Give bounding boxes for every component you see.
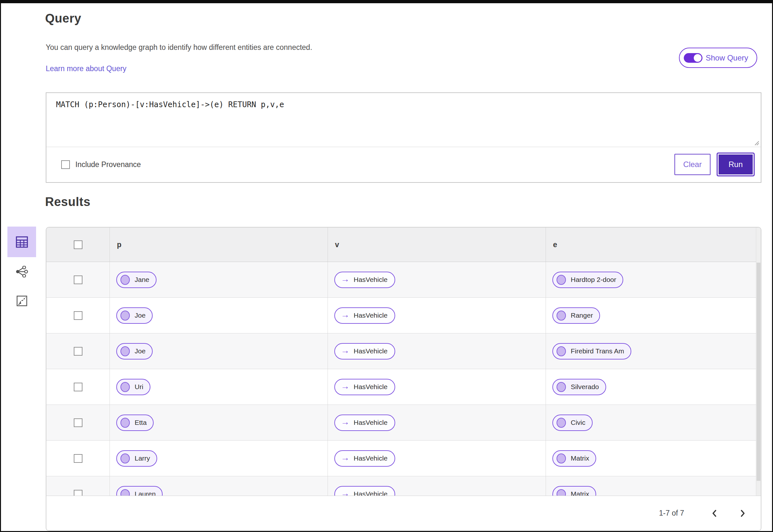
arrow-right-icon: → (341, 453, 349, 462)
cell-e: Firebird Trans Am (545, 333, 756, 369)
node-circle-icon (120, 311, 130, 321)
arrow-right-icon: → (341, 275, 349, 284)
edge-pill[interactable]: → HasVehicle (334, 379, 395, 395)
edge-pill[interactable]: → HasVehicle (334, 272, 395, 288)
results-scroll-area: p v e Jane → HasVehicle Hardtop (46, 228, 761, 497)
resize-handle-icon[interactable] (754, 140, 759, 145)
cell-e: Civic (545, 405, 756, 440)
person-pill[interactable]: Uri (116, 379, 150, 395)
row-checkbox[interactable] (74, 454, 82, 463)
entity-pill[interactable]: Matrix (552, 450, 596, 467)
person-pill[interactable]: Joe (116, 343, 153, 359)
chevron-right-icon (739, 509, 746, 518)
entity-pill[interactable]: Civic (552, 415, 593, 431)
entity-pill[interactable]: Matrix (552, 486, 596, 497)
node-circle-icon (120, 382, 130, 392)
row-checkbox[interactable] (74, 418, 82, 427)
tab-table-view[interactable] (7, 227, 36, 257)
row-checkbox[interactable] (74, 275, 82, 284)
row-select-cell (46, 369, 109, 405)
clear-button[interactable]: Clear (675, 154, 711, 175)
row-checkbox[interactable] (74, 347, 82, 356)
person-pill-label: Larry (135, 454, 150, 462)
row-select-cell (46, 333, 109, 369)
entity-pill-label: Firebird Trans Am (571, 347, 624, 355)
person-pill[interactable]: Lauren (116, 486, 163, 497)
entity-pill[interactable]: Hardtop 2-door (552, 272, 623, 288)
scrollbar-thumb[interactable] (757, 263, 760, 481)
edge-pill[interactable]: → HasVehicle (334, 343, 395, 359)
table-icon (16, 236, 28, 248)
table-row: Joe → HasVehicle Firebird Trans Am (46, 333, 756, 369)
cell-e: Hardtop 2-door (545, 262, 756, 297)
query-input[interactable]: MATCH (p:Person)-[v:HasVehicle]->(e) RET… (46, 93, 761, 147)
learn-more-link[interactable]: Learn more about Query (46, 64, 126, 73)
row-select-cell (46, 405, 109, 440)
node-circle-icon (120, 275, 130, 285)
cell-p: Uri (109, 369, 328, 405)
cell-v: → HasVehicle (328, 333, 545, 369)
page-title: Query (45, 12, 81, 25)
cell-p: Lauren (109, 476, 328, 497)
person-pill-label: Joe (135, 347, 145, 355)
arrow-right-icon: → (341, 311, 349, 319)
edge-pill[interactable]: → HasVehicle (334, 307, 395, 324)
query-panel: MATCH (p:Person)-[v:HasVehicle]->(e) RET… (46, 92, 761, 183)
node-circle-icon (556, 346, 566, 356)
edge-pill[interactable]: → HasVehicle (334, 415, 395, 431)
person-pill[interactable]: Jane (116, 272, 156, 288)
graph-network-icon (15, 266, 28, 277)
arrow-right-icon: → (341, 346, 349, 355)
tab-path-view[interactable] (14, 294, 30, 308)
row-checkbox[interactable] (74, 311, 82, 320)
entity-pill-label: Matrix (571, 454, 589, 462)
edge-pill[interactable]: → HasVehicle (334, 450, 395, 467)
entity-pill[interactable]: Firebird Trans Am (552, 343, 631, 359)
vertical-scrollbar[interactable] (756, 228, 761, 497)
entity-pill-label: Civic (571, 419, 586, 426)
table-row: Uri → HasVehicle Silverado (46, 369, 756, 405)
toggle-knob (694, 54, 702, 62)
page-description: You can query a knowledge graph to ident… (46, 43, 312, 52)
node-circle-icon (120, 453, 130, 463)
table-row: Jane → HasVehicle Hardtop 2-door (46, 262, 756, 298)
node-circle-icon (556, 311, 566, 321)
cell-p: Larry (109, 441, 328, 476)
node-circle-icon (556, 418, 566, 428)
show-query-label: Show Query (706, 53, 748, 62)
person-pill[interactable]: Larry (116, 450, 157, 467)
row-select-cell (46, 262, 109, 297)
node-circle-icon (556, 453, 566, 463)
chevron-left-icon (711, 509, 718, 518)
cell-v: → HasVehicle (328, 369, 545, 405)
tab-graph-view[interactable] (13, 264, 31, 279)
edge-pill[interactable]: → HasVehicle (334, 486, 395, 497)
toggle-switch-icon[interactable] (684, 53, 703, 63)
edge-pill-label: HasVehicle (354, 276, 387, 284)
row-checkbox[interactable] (74, 383, 82, 391)
cell-v: → HasVehicle (328, 262, 545, 297)
show-query-toggle[interactable]: Show Query (679, 48, 757, 68)
results-title: Results (45, 195, 90, 209)
cell-e: Ranger (545, 298, 756, 333)
pagination-range: 1-7 of 7 (659, 509, 684, 518)
include-provenance-checkbox[interactable] (61, 160, 70, 169)
entity-pill[interactable]: Silverado (552, 379, 606, 395)
person-pill[interactable]: Etta (116, 415, 154, 431)
entity-pill[interactable]: Ranger (552, 307, 600, 324)
edge-pill-label: HasVehicle (354, 347, 387, 355)
node-circle-icon (120, 418, 130, 428)
pagination-prev-button[interactable] (708, 507, 721, 520)
edge-pill-label: HasVehicle (354, 312, 387, 319)
select-all-checkbox[interactable] (74, 240, 82, 249)
cell-e: Silverado (545, 369, 756, 405)
column-header-v: v (328, 228, 545, 262)
person-pill[interactable]: Joe (116, 307, 153, 324)
person-pill-label: Jane (135, 276, 149, 284)
cell-e: Matrix (545, 441, 756, 476)
run-button[interactable]: Run (718, 154, 754, 175)
entity-pill-label: Silverado (571, 383, 599, 391)
cell-v: → HasVehicle (328, 298, 545, 333)
pagination-next-button[interactable] (736, 507, 749, 520)
column-header-e: e (545, 228, 756, 262)
